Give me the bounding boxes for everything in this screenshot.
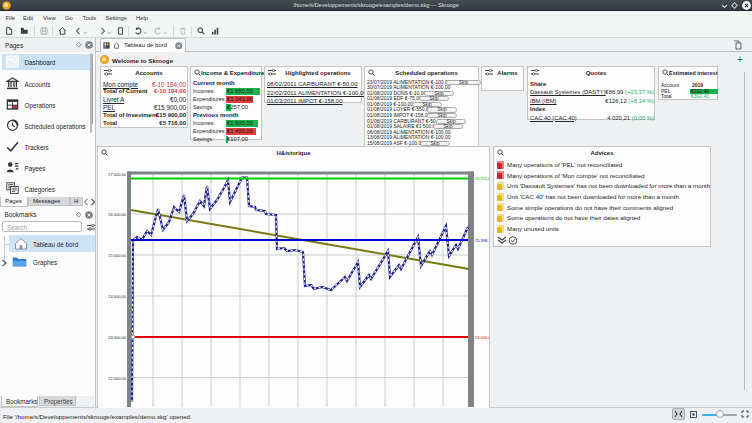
svg-text:€6 925,00: €6 925,00 bbox=[475, 176, 489, 181]
svg-text:€6 000,00: €6 000,00 bbox=[108, 212, 127, 217]
svg-text:€2 000,00: €2 000,00 bbox=[108, 376, 127, 381]
svg-text:€4 000,00: €4 000,00 bbox=[108, 294, 127, 299]
svg-text:€3 000,00: €3 000,00 bbox=[475, 335, 489, 340]
svg-text:€3 000,00: €3 000,00 bbox=[108, 335, 127, 340]
svg-text:€5 000,00: €5 000,00 bbox=[108, 253, 127, 258]
svg-text:€7 000,00: €7 000,00 bbox=[108, 172, 127, 177]
svg-text:€5 398,14: €5 398,14 bbox=[475, 238, 489, 243]
